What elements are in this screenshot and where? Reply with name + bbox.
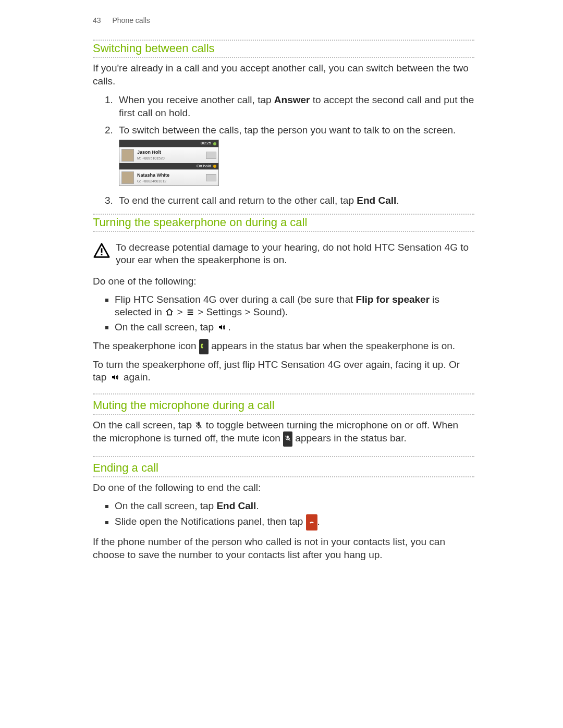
s4-lead: Do one of the following to end the call: xyxy=(93,482,474,495)
s2-bullets: Flip HTC Sensation 4G over during a call… xyxy=(104,292,474,335)
swap-button-icon xyxy=(206,174,216,181)
s2-bullet2: On the call screen, tap . xyxy=(115,320,474,335)
avatar xyxy=(121,149,134,162)
s1-step3: To end the current call and return to th… xyxy=(116,192,474,209)
header-section: Phone calls xyxy=(112,16,150,24)
speaker-icon xyxy=(109,373,121,381)
s2-bullet1: Flip HTC Sensation 4G over during a call… xyxy=(115,292,474,320)
heading-ending-call: Ending a call xyxy=(93,460,474,477)
caller2-number: G: +88824681012 xyxy=(137,179,206,183)
rule xyxy=(93,456,474,457)
call-timer: 00:25 xyxy=(201,141,211,146)
s4-bullet1: On the call screen, tap End Call. xyxy=(115,499,474,514)
warning-box: To decrease potential damage to your hea… xyxy=(93,241,474,267)
end-call-label: End Call xyxy=(357,195,396,206)
speaker-icon xyxy=(216,323,228,331)
on-hold-bar: On hold xyxy=(119,163,218,169)
s1-intro: If you're already in a call and you acce… xyxy=(93,62,474,88)
svg-rect-1 xyxy=(101,254,103,255)
caller2-name: Natasha White xyxy=(137,172,206,179)
caller1-name: Jason Holt xyxy=(137,150,206,156)
caller-row-2: Natasha White G: +88824681012 xyxy=(119,169,218,186)
swap-button-icon xyxy=(206,152,216,159)
page-header: 43 Phone calls xyxy=(93,16,474,25)
page-number: 43 xyxy=(93,16,101,24)
heading-muting: Muting the microphone during a call xyxy=(93,398,474,415)
s1-steps: When you receive another call, tap Answe… xyxy=(105,92,474,209)
end-call-label: End Call xyxy=(216,500,256,511)
active-dot-icon xyxy=(213,142,216,145)
s2-after1: The speakerphone icon appears in the sta… xyxy=(93,339,474,354)
microphone-mute-icon xyxy=(194,421,203,430)
speakerphone-status-icon xyxy=(199,339,209,354)
s4-tail: If the phone number of the person who ca… xyxy=(93,536,474,561)
heading-speakerphone: Turning the speakerphone on during a cal… xyxy=(93,214,474,232)
answer-label: Answer xyxy=(274,94,310,105)
flip-for-speaker-label: Flip for speaker xyxy=(356,294,430,305)
hangup-icon xyxy=(306,514,317,530)
document-page: 43 Phone calls Switching between calls I… xyxy=(0,0,563,597)
s4-bullet2: Slide open the Notifications panel, then… xyxy=(115,513,474,532)
s3-paragraph: On the call screen, tap to toggle betwee… xyxy=(93,419,474,447)
warning-icon xyxy=(93,242,111,260)
s1-step1: When you receive another call, tap Answe… xyxy=(116,92,474,121)
call-timer-bar: 00:25 xyxy=(119,140,218,146)
home-icon xyxy=(165,308,174,316)
s2-after2: To turn the speakerphone off, just flip … xyxy=(93,359,474,384)
on-hold-label: On hold xyxy=(197,164,211,169)
caller1-number: M: +8895101520 xyxy=(137,156,206,161)
avatar xyxy=(121,171,134,184)
svg-rect-0 xyxy=(101,248,103,253)
menu-icon xyxy=(186,309,195,316)
s1-step2: To switch between the calls, tap the per… xyxy=(116,122,474,192)
heading-switching-between-calls: Switching between calls xyxy=(93,40,474,58)
caller-row-1: Jason Holt M: +8895101520 xyxy=(119,147,218,163)
mute-status-icon xyxy=(283,431,292,447)
hold-dot-icon xyxy=(213,165,216,168)
call-screenshot: 00:25 Jason Holt M: +8895101520 On hold xyxy=(119,140,219,186)
rule xyxy=(93,393,474,394)
s4-bullets: On the call screen, tap End Call. Slide … xyxy=(104,499,474,532)
s2-lead: Do one of the following: xyxy=(93,275,474,288)
warning-text: To decrease potential damage to your hea… xyxy=(116,241,474,267)
